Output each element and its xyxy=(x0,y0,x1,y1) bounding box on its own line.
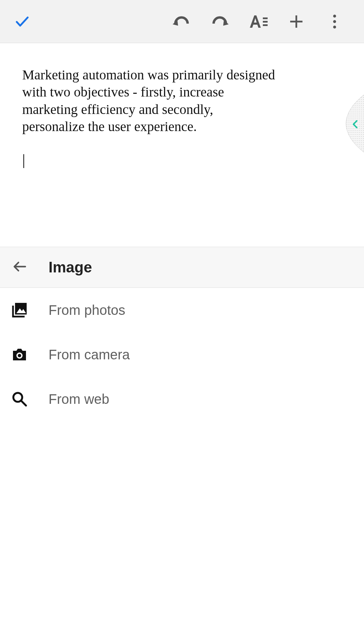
svg-rect-2 xyxy=(263,17,268,19)
confirm-button[interactable] xyxy=(10,10,34,34)
search-icon xyxy=(10,390,29,408)
document-editor[interactable]: Marketing automation was primarily desig… xyxy=(0,43,364,247)
redo-icon xyxy=(210,15,229,28)
toolbar xyxy=(0,0,364,43)
text-format-icon xyxy=(248,14,268,29)
camera-icon xyxy=(10,345,29,364)
text-format-button[interactable] xyxy=(239,10,277,34)
menu-item-from-web[interactable]: From web xyxy=(0,377,364,421)
check-icon xyxy=(14,13,30,30)
svg-rect-4 xyxy=(263,24,268,26)
menu-item-label: From photos xyxy=(49,303,125,318)
side-handle[interactable] xyxy=(340,94,364,153)
undo-icon xyxy=(172,15,191,28)
svg-point-6 xyxy=(333,20,336,23)
svg-point-12 xyxy=(18,354,21,357)
menu-item-label: From web xyxy=(49,392,109,407)
menu-item-from-camera[interactable]: From camera xyxy=(0,332,364,377)
more-button[interactable] xyxy=(315,10,354,34)
svg-line-14 xyxy=(21,401,26,406)
undo-button[interactable] xyxy=(162,10,201,34)
menu-item-label: From camera xyxy=(49,347,130,362)
panel-header: Image xyxy=(0,247,364,288)
text-cursor: | xyxy=(22,153,342,168)
more-vert-icon xyxy=(331,13,338,30)
add-button[interactable] xyxy=(277,10,315,34)
svg-point-7 xyxy=(333,25,336,28)
photo-library-icon xyxy=(10,301,29,319)
panel-back-button[interactable] xyxy=(10,258,29,277)
arrow-left-icon xyxy=(12,259,27,276)
document-text[interactable]: Marketing automation was primarily desig… xyxy=(22,66,275,136)
image-menu: From photos From camera From web xyxy=(0,288,364,421)
redo-button[interactable] xyxy=(201,10,239,34)
svg-point-5 xyxy=(333,14,336,17)
panel-title: Image xyxy=(49,259,92,276)
plus-icon xyxy=(289,14,304,29)
svg-rect-3 xyxy=(263,21,268,23)
menu-item-from-photos[interactable]: From photos xyxy=(0,288,364,332)
